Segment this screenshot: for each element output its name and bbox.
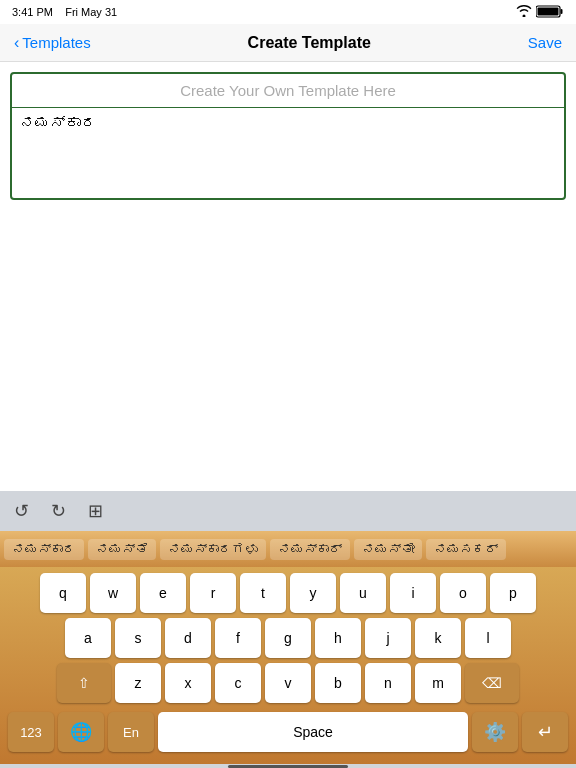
svg-rect-2	[538, 7, 559, 15]
backspace-key[interactable]: ⌫	[465, 663, 519, 703]
key-c[interactable]: c	[215, 663, 261, 703]
home-indicator	[0, 764, 576, 768]
autocomplete-word-0[interactable]: ನಮಸ್ಕಾರ	[4, 539, 84, 560]
key-row-3: ⇧ z x c v b n m ⌫	[4, 663, 572, 703]
template-box: Create Your Own Template Here ನಮಸ್ಕಾರ	[10, 72, 566, 200]
content-area: Create Your Own Template Here ನಮಸ್ಕಾರ	[0, 62, 576, 210]
key-l[interactable]: l	[465, 618, 511, 658]
keyboard-area: ↺ ↻ ⊞ ನಮಸ್ಕಾರ ನಮಸ್ತೆ ನಮಸ್ಕಾರಗಳು ನಮಸ್ಕಾರ್…	[0, 491, 576, 768]
keys-area: q w e r t y u i o p a s d f g h j k l ⇧ …	[0, 567, 576, 764]
key-u[interactable]: u	[340, 573, 386, 613]
autocomplete-word-2[interactable]: ನಮಸ್ಕಾರಗಳು	[160, 539, 266, 560]
chevron-left-icon: ‹	[14, 34, 19, 52]
key-f[interactable]: f	[215, 618, 261, 658]
key-b[interactable]: b	[315, 663, 361, 703]
home-bar	[228, 765, 348, 768]
key-h[interactable]: h	[315, 618, 361, 658]
status-icons	[516, 5, 564, 20]
lang-key[interactable]: En	[108, 712, 154, 752]
autocomplete-word-1[interactable]: ನಮಸ್ತೆ	[88, 539, 156, 560]
key-p[interactable]: p	[490, 573, 536, 613]
autocomplete-word-3[interactable]: ನಮಸ್ಕಾರ್	[270, 539, 350, 560]
template-body-text: ನಮಸ್ಕಾರ	[20, 114, 97, 131]
status-bar: 3:41 PM Fri May 31	[0, 0, 576, 24]
undo-button[interactable]: ↺	[10, 498, 33, 524]
save-button[interactable]: Save	[528, 34, 562, 51]
nav-bar: ‹ Templates Create Template Save	[0, 24, 576, 62]
space-key[interactable]: Space	[158, 712, 468, 752]
key-j[interactable]: j	[365, 618, 411, 658]
key-o[interactable]: o	[440, 573, 486, 613]
key-s[interactable]: s	[115, 618, 161, 658]
template-body-area[interactable]: ನಮಸ್ಕಾರ	[12, 108, 564, 198]
key-x[interactable]: x	[165, 663, 211, 703]
keyboard-toolbar: ↺ ↻ ⊞	[0, 491, 576, 531]
key-d[interactable]: d	[165, 618, 211, 658]
template-title-placeholder[interactable]: Create Your Own Template Here	[12, 74, 564, 108]
key-r[interactable]: r	[190, 573, 236, 613]
key-k[interactable]: k	[415, 618, 461, 658]
key-e[interactable]: e	[140, 573, 186, 613]
key-y[interactable]: y	[290, 573, 336, 613]
battery-icon	[536, 5, 564, 20]
key-m[interactable]: m	[415, 663, 461, 703]
key-row-1: q w e r t y u i o p	[4, 573, 572, 613]
page-title: Create Template	[248, 34, 371, 52]
back-label: Templates	[22, 34, 90, 51]
key-a[interactable]: a	[65, 618, 111, 658]
return-key[interactable]: ↵	[522, 712, 568, 752]
status-time-date: 3:41 PM Fri May 31	[12, 6, 117, 18]
key-123[interactable]: 123	[8, 712, 54, 752]
key-v[interactable]: v	[265, 663, 311, 703]
shift-key[interactable]: ⇧	[57, 663, 111, 703]
svg-rect-1	[561, 9, 563, 14]
key-z[interactable]: z	[115, 663, 161, 703]
wifi-icon	[516, 5, 532, 19]
autocomplete-word-5[interactable]: ನಮಸಕರ್	[426, 539, 506, 560]
key-w[interactable]: w	[90, 573, 136, 613]
key-row-2: a s d f g h j k l	[4, 618, 572, 658]
autocomplete-row: ನಮಸ್ಕಾರ ನಮಸ್ತೆ ನಮಸ್ಕಾರಗಳು ನಮಸ್ಕಾರ್ ನಮಸ್ತ…	[0, 531, 576, 567]
key-t[interactable]: t	[240, 573, 286, 613]
status-time: 3:41 PM	[12, 6, 53, 18]
key-i[interactable]: i	[390, 573, 436, 613]
key-g[interactable]: g	[265, 618, 311, 658]
key-q[interactable]: q	[40, 573, 86, 613]
status-date: Fri May 31	[65, 6, 117, 18]
redo-button[interactable]: ↻	[47, 498, 70, 524]
back-button[interactable]: ‹ Templates	[14, 34, 91, 52]
settings-key[interactable]: ⚙️	[472, 712, 518, 752]
key-n[interactable]: n	[365, 663, 411, 703]
globe-key[interactable]: 🌐	[58, 712, 104, 752]
autocomplete-word-4[interactable]: ನಮಸ್ತೇ	[354, 539, 422, 560]
paste-button[interactable]: ⊞	[84, 498, 107, 524]
key-row-bottom: 123 🌐 En Space ⚙️ ↵	[4, 708, 572, 760]
